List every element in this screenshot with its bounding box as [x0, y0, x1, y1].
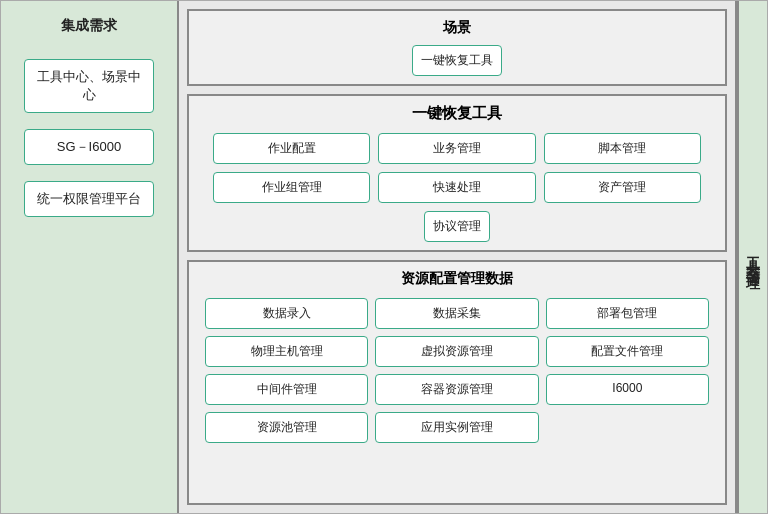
physical-host-mgmt-button[interactable]: 物理主机管理	[205, 336, 368, 367]
app-instance-mgmt-button[interactable]: 应用实例管理	[375, 412, 538, 443]
script-mgmt-button[interactable]: 脚本管理	[544, 133, 701, 164]
main-container: 集成需求 工具中心、场景中心 SG－I6000 统一权限管理平台 场景 一键恢复…	[0, 0, 768, 514]
virtual-resource-mgmt-button[interactable]: 虚拟资源管理	[375, 336, 538, 367]
recovery-grid: 作业配置 业务管理 脚本管理 作业组管理 快速处理 资产管理	[197, 133, 717, 203]
job-config-button[interactable]: 作业配置	[213, 133, 370, 164]
recovery-section: 一键恢复工具 作业配置 业务管理 脚本管理 作业组管理 快速处理 资产管理 协议…	[187, 94, 727, 252]
scene-tool-button[interactable]: 一键恢复工具	[412, 45, 502, 76]
recovery-title: 一键恢复工具	[197, 104, 717, 123]
resource-pool-mgmt-button[interactable]: 资源池管理	[205, 412, 368, 443]
tools-scenes-button[interactable]: 工具中心、场景中心	[24, 59, 154, 113]
business-mgmt-button[interactable]: 业务管理	[378, 133, 535, 164]
scene-content: 一键恢复工具	[197, 45, 717, 76]
left-sidebar: 集成需求 工具中心、场景中心 SG－I6000 统一权限管理平台	[1, 1, 179, 513]
resource-grid: 数据录入 数据采集 部署包管理 物理主机管理 虚拟资源管理 配置文件管理 中间件…	[197, 298, 717, 443]
unified-auth-button[interactable]: 统一权限管理平台	[24, 181, 154, 217]
i6000-button[interactable]: I6000	[546, 374, 709, 405]
right-sidebar-text: 工具安全管理	[744, 245, 762, 269]
deploy-pkg-mgmt-button[interactable]: 部署包管理	[546, 298, 709, 329]
data-entry-button[interactable]: 数据录入	[205, 298, 368, 329]
quick-process-button[interactable]: 快速处理	[378, 172, 535, 203]
main-content: 场景 一键恢复工具 一键恢复工具 作业配置 业务管理 脚本管理 作业组管理 快速…	[179, 1, 737, 513]
middleware-mgmt-button[interactable]: 中间件管理	[205, 374, 368, 405]
recovery-grid-bottom: 协议管理	[197, 211, 717, 242]
asset-mgmt-button[interactable]: 资产管理	[544, 172, 701, 203]
container-resource-mgmt-button[interactable]: 容器资源管理	[375, 374, 538, 405]
scene-section: 场景 一键恢复工具	[187, 9, 727, 86]
config-file-mgmt-button[interactable]: 配置文件管理	[546, 336, 709, 367]
protocol-mgmt-button[interactable]: 协议管理	[424, 211, 490, 242]
sg-i6000-button[interactable]: SG－I6000	[24, 129, 154, 165]
sidebar-title: 集成需求	[61, 17, 117, 35]
resource-section: 资源配置管理数据 数据录入 数据采集 部署包管理 物理主机管理 虚拟资源管理 配…	[187, 260, 727, 505]
right-sidebar: 工具安全管理	[737, 1, 767, 513]
scene-title: 场景	[197, 19, 717, 37]
job-group-mgmt-button[interactable]: 作业组管理	[213, 172, 370, 203]
resource-title: 资源配置管理数据	[197, 270, 717, 288]
data-collection-button[interactable]: 数据采集	[375, 298, 538, 329]
